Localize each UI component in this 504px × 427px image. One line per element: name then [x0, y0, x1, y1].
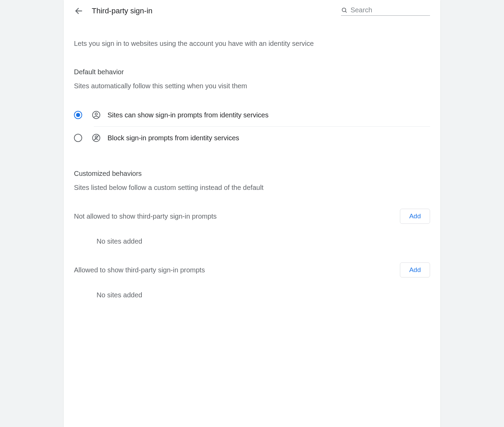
back-button[interactable] [74, 6, 84, 16]
allowed-header: Allowed to show third-party sign-in prom… [74, 262, 430, 277]
not-allowed-header: Not allowed to show third-party sign-in … [74, 209, 430, 224]
person-circle-icon [92, 111, 101, 119]
add-allowed-button[interactable]: Add [400, 262, 430, 277]
add-not-allowed-button[interactable]: Add [400, 209, 430, 224]
radio-button[interactable] [74, 134, 82, 142]
section-subtitle: Sites listed below follow a custom setti… [74, 184, 430, 192]
svg-line-2 [345, 11, 346, 12]
arrow-left-icon [74, 7, 83, 15]
radio-option-block[interactable]: Block sign-in prompts from identity serv… [74, 127, 430, 149]
page-description: Lets you sign in to websites using the a… [74, 40, 430, 48]
search-field[interactable] [341, 6, 430, 16]
customized-behaviors-section: Customized behaviors Sites listed below … [74, 170, 430, 299]
section-title: Default behavior [74, 68, 430, 76]
page-title: Third-party sign-in [92, 7, 333, 15]
search-icon [341, 7, 348, 14]
list-title: Allowed to show third-party sign-in prom… [74, 266, 205, 274]
search-input[interactable] [351, 6, 430, 14]
radio-content: Block sign-in prompts from identity serv… [92, 133, 430, 142]
section-subtitle: Sites automatically follow this setting … [74, 82, 430, 90]
radio-content: Sites can show sign-in prompts from iden… [92, 111, 430, 119]
empty-state: No sites added [74, 291, 430, 299]
section-title: Customized behaviors [74, 170, 430, 178]
svg-point-1 [342, 8, 346, 12]
svg-point-4 [95, 113, 98, 115]
radio-option-allow[interactable]: Sites can show sign-in prompts from iden… [74, 104, 430, 126]
list-title: Not allowed to show third-party sign-in … [74, 212, 217, 220]
empty-state: No sites added [74, 237, 430, 245]
block-icon [92, 133, 101, 142]
radio-label: Sites can show sign-in prompts from iden… [108, 111, 268, 119]
settings-panel: Third-party sign-in Lets you sign in to … [64, 0, 440, 427]
radio-button[interactable] [74, 111, 82, 119]
header: Third-party sign-in [74, 6, 430, 16]
default-behavior-section: Default behavior Sites automatically fol… [74, 68, 430, 149]
radio-label: Block sign-in prompts from identity serv… [108, 134, 239, 142]
